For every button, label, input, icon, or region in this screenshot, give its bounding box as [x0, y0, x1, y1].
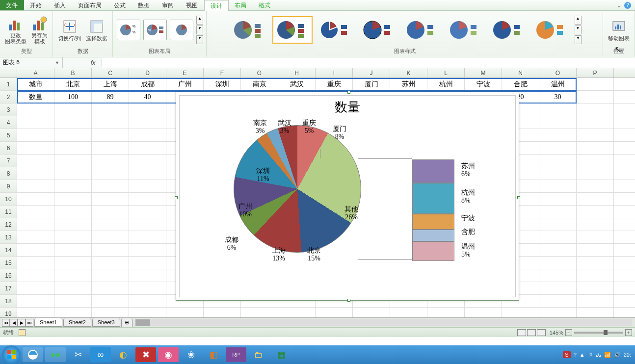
col-header-H[interactable]: H: [278, 68, 316, 78]
cell-P7[interactable]: [577, 155, 614, 167]
col-header-K[interactable]: K: [390, 68, 427, 78]
taskbar-app-browser[interactable]: [23, 347, 43, 362]
cell-D16[interactable]: [129, 269, 166, 282]
layout-gallery-up[interactable]: ▲: [196, 16, 203, 25]
cell-C14[interactable]: [92, 244, 129, 256]
cell-N1[interactable]: 合肥: [502, 78, 539, 90]
switch-row-col-button[interactable]: 切换行/列: [56, 18, 83, 42]
cell-E19[interactable]: [166, 308, 204, 317]
cell-A11[interactable]: [17, 206, 54, 218]
cell-P4[interactable]: [577, 116, 614, 129]
bar-segment[interactable]: [412, 159, 454, 183]
cell-I1[interactable]: 重庆: [316, 78, 353, 90]
cell-B2[interactable]: 100: [54, 91, 92, 103]
minimize-ribbon-icon[interactable]: ⌄: [616, 2, 621, 9]
cell-D18[interactable]: [129, 295, 166, 307]
col-header-A[interactable]: A: [17, 68, 54, 78]
taskbar-app-explorer[interactable]: 🗀: [248, 347, 269, 362]
tab-pagelayout[interactable]: 页面布局: [72, 0, 108, 10]
pie-data-label[interactable]: 南京3%: [253, 119, 267, 135]
cell-P14[interactable]: [577, 244, 614, 256]
layout-gallery-down[interactable]: ▼: [196, 26, 203, 34]
cell-I19[interactable]: [316, 308, 353, 317]
tray-flag-icon[interactable]: ⚐: [588, 352, 593, 358]
taskbar-app-rp[interactable]: RP: [226, 347, 246, 362]
cell-A14[interactable]: [17, 244, 54, 256]
row-header-13[interactable]: 13: [0, 231, 17, 243]
start-button[interactable]: [2, 345, 21, 364]
row-header-1[interactable]: 1: [0, 78, 17, 90]
row-header-10[interactable]: 10: [0, 193, 17, 205]
cell-P15[interactable]: [577, 257, 614, 269]
style-gallery-up[interactable]: ▲: [575, 16, 582, 25]
pie-data-label[interactable]: 其他26%: [344, 206, 358, 221]
cell-J1[interactable]: 厦门: [353, 78, 390, 90]
taskbar-app-xmind[interactable]: ✖: [135, 347, 156, 362]
style-gallery-down[interactable]: ▼: [575, 26, 582, 34]
cell-A4[interactable]: [17, 116, 54, 129]
cell-K1[interactable]: 苏州: [390, 78, 427, 90]
view-pagebreak[interactable]: [537, 329, 546, 336]
cell-B4[interactable]: [54, 116, 92, 129]
row-header-18[interactable]: 18: [0, 295, 17, 307]
pie-data-label[interactable]: 上海13%: [272, 247, 286, 262]
cell-B19[interactable]: [54, 308, 92, 317]
cell-O16[interactable]: [539, 269, 577, 282]
sheet-tab-2[interactable]: Sheet2: [63, 318, 91, 327]
move-chart-button[interactable]: 移动图表: [606, 18, 632, 42]
cell-D3[interactable]: [129, 104, 166, 116]
cell-C18[interactable]: [92, 295, 129, 307]
col-header-O[interactable]: O: [539, 68, 577, 78]
cell-E1[interactable]: 广州: [166, 78, 204, 90]
cell-M19[interactable]: [465, 308, 502, 317]
resize-handle-s[interactable]: [347, 299, 350, 302]
cell-C16[interactable]: [92, 269, 129, 282]
col-header-J[interactable]: J: [353, 68, 390, 78]
cell-O18[interactable]: [539, 295, 577, 307]
pie-chart[interactable]: [234, 125, 361, 253]
chart-style-4[interactable]: [359, 16, 399, 44]
cell-D4[interactable]: [129, 116, 166, 129]
cell-A17[interactable]: [17, 282, 54, 294]
cell-C12[interactable]: [92, 218, 129, 231]
cell-C13[interactable]: [92, 231, 129, 243]
spreadsheet-grid[interactable]: ABCDEFGHIJKLMNOP 1城市北京上海成都广州深圳南京武汉重庆厦门苏州…: [0, 68, 635, 317]
row-header-12[interactable]: 12: [0, 218, 17, 231]
cell-P6[interactable]: [577, 142, 614, 154]
cell-D10[interactable]: [129, 193, 166, 205]
row-header-5[interactable]: 5: [0, 129, 17, 141]
cell-C15[interactable]: [92, 257, 129, 269]
cell-P13[interactable]: [577, 231, 614, 243]
cell-O9[interactable]: [539, 180, 577, 192]
pie-data-label[interactable]: 北京15%: [307, 247, 321, 262]
cell-C6[interactable]: [92, 142, 129, 154]
cell-B10[interactable]: [54, 193, 92, 205]
cell-B11[interactable]: [54, 206, 92, 218]
tab-file[interactable]: 文件: [0, 0, 24, 10]
cell-B6[interactable]: [54, 142, 92, 154]
pie-data-label[interactable]: 武汉3%: [278, 119, 291, 135]
sheet-nav-next[interactable]: ▶: [18, 319, 26, 327]
cell-L19[interactable]: [427, 308, 465, 317]
embedded-chart[interactable]: 数量 南京3%武汉3%重庆5%厦门8%深圳11%广州10%成都6%上海13%北京…: [176, 92, 519, 301]
row-header-11[interactable]: 11: [0, 206, 17, 218]
col-header-L[interactable]: L: [427, 68, 465, 78]
tray-network-icon[interactable]: 🖧: [596, 352, 601, 358]
bar-segment[interactable]: [412, 214, 454, 230]
system-tray[interactable]: S ? ▲ ⚐ 🖧 📶 🔊 20:: [563, 351, 633, 358]
cell-P11[interactable]: [577, 206, 614, 218]
cell-C11[interactable]: [92, 206, 129, 218]
change-chart-type-button[interactable]: 更改 图表类型: [3, 15, 28, 45]
cell-B5[interactable]: [54, 129, 92, 141]
tray-wifi-icon[interactable]: 📶: [604, 352, 611, 358]
pie-data-label[interactable]: 广州10%: [238, 203, 252, 218]
cell-P2[interactable]: [577, 91, 614, 103]
sheet-tab-3[interactable]: Sheet3: [92, 318, 120, 327]
cell-D11[interactable]: [129, 206, 166, 218]
tray-volume-icon[interactable]: 🔊: [614, 352, 621, 358]
bar-data-label[interactable]: 苏州 6%: [461, 162, 475, 178]
bar-data-label[interactable]: 含肥: [461, 228, 475, 236]
chart-style-5[interactable]: [402, 16, 442, 44]
col-header-G[interactable]: G: [241, 68, 278, 78]
col-header-M[interactable]: M: [465, 68, 502, 78]
